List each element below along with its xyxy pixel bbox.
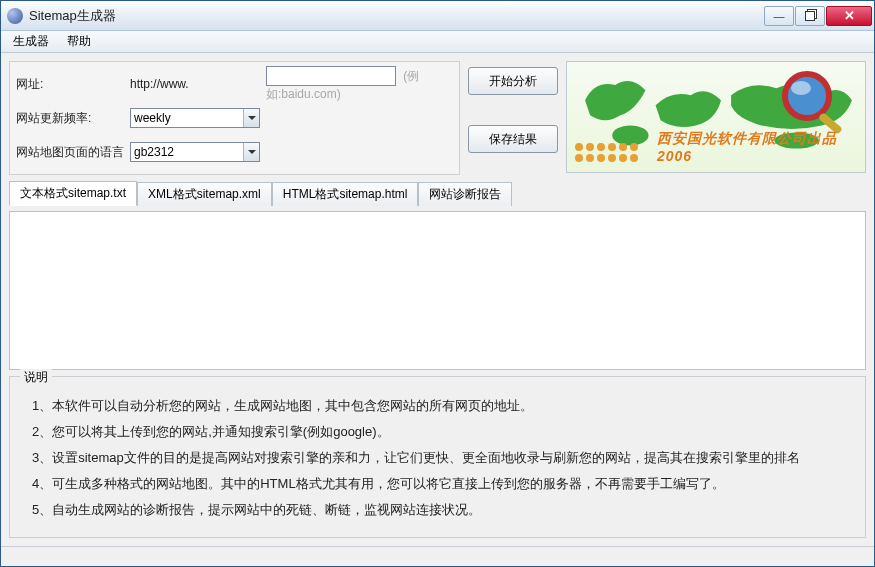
tab-txt[interactable]: 文本格式sitemap.txt — [9, 181, 137, 206]
lang-label: 网站地图页面的语言 — [16, 144, 124, 161]
tab-diag[interactable]: 网站诊断报告 — [418, 182, 512, 206]
restore-button[interactable] — [795, 6, 825, 26]
description-legend: 说明 — [20, 369, 52, 386]
window-controls: — ✕ — [764, 6, 872, 26]
titlebar[interactable]: Sitemap生成器 — ✕ — [1, 1, 874, 31]
button-column: 开始分析 保存结果 — [468, 61, 558, 175]
top-panel: 网址: http://www. (例如:baidu.com) 网站更新频率: w… — [9, 61, 866, 175]
menubar: 生成器 帮助 — [1, 31, 874, 53]
svg-point-2 — [785, 74, 829, 118]
url-prefix: http://www. — [130, 77, 260, 91]
freq-label: 网站更新频率: — [16, 110, 124, 127]
desc-item: 4、可生成多种格式的网站地图。其中的HTML格式尤其有用，您可以将它直接上传到您… — [32, 471, 843, 497]
desc-item: 1、本软件可以自动分析您的网站，生成网站地图，其中包含您网站的所有网页的地址。 — [32, 393, 843, 419]
menu-generator[interactable]: 生成器 — [5, 31, 57, 52]
desc-item: 5、自动生成网站的诊断报告，提示网站中的死链、断链，监视网站连接状况。 — [32, 497, 843, 523]
banner-text: 西安国光软件有限公司出品 2006 — [657, 130, 865, 164]
chevron-down-icon — [243, 143, 259, 161]
chevron-down-icon — [243, 109, 259, 127]
desc-item: 3、设置sitemap文件的目的是提高网站对搜索引擎的亲和力，让它们更快、更全面… — [32, 445, 843, 471]
save-button[interactable]: 保存结果 — [468, 125, 558, 153]
banner-image: 西安国光软件有限公司出品 2006 — [566, 61, 866, 173]
url-label: 网址: — [16, 76, 124, 93]
analyze-button[interactable]: 开始分析 — [468, 67, 558, 95]
menu-help[interactable]: 帮助 — [59, 31, 99, 52]
lang-select[interactable]: gb2312 — [130, 142, 260, 162]
freq-value: weekly — [134, 111, 171, 125]
statusbar — [1, 546, 874, 566]
close-button[interactable]: ✕ — [826, 6, 872, 26]
description-group: 说明 1、本软件可以自动分析您的网站，生成网站地图，其中包含您网站的所有网页的地… — [9, 376, 866, 538]
url-input[interactable] — [266, 66, 396, 86]
url-input-wrap: (例如:baidu.com) — [266, 66, 453, 103]
freq-select[interactable]: weekly — [130, 108, 260, 128]
output-textarea[interactable] — [9, 211, 866, 370]
content-area: 网址: http://www. (例如:baidu.com) 网站更新频率: w… — [1, 53, 874, 546]
app-window: Sitemap生成器 — ✕ 生成器 帮助 网址: http://www. (例… — [0, 0, 875, 567]
window-title: Sitemap生成器 — [29, 7, 764, 25]
lang-value: gb2312 — [134, 145, 174, 159]
tab-html[interactable]: HTML格式sitemap.html — [272, 182, 419, 206]
tab-bar: 文本格式sitemap.txt XML格式sitemap.xml HTML格式s… — [9, 181, 866, 205]
minimize-button[interactable]: — — [764, 6, 794, 26]
description-list: 1、本软件可以自动分析您的网站，生成网站地图，其中包含您网站的所有网页的地址。 … — [22, 387, 853, 529]
desc-item: 2、您可以将其上传到您的网站,并通知搜索引擎(例如google)。 — [32, 419, 843, 445]
tab-xml[interactable]: XML格式sitemap.xml — [137, 182, 272, 206]
svg-point-3 — [791, 81, 811, 95]
banner-dots — [575, 143, 638, 162]
app-icon — [7, 8, 23, 24]
form-area: 网址: http://www. (例如:baidu.com) 网站更新频率: w… — [9, 61, 460, 175]
